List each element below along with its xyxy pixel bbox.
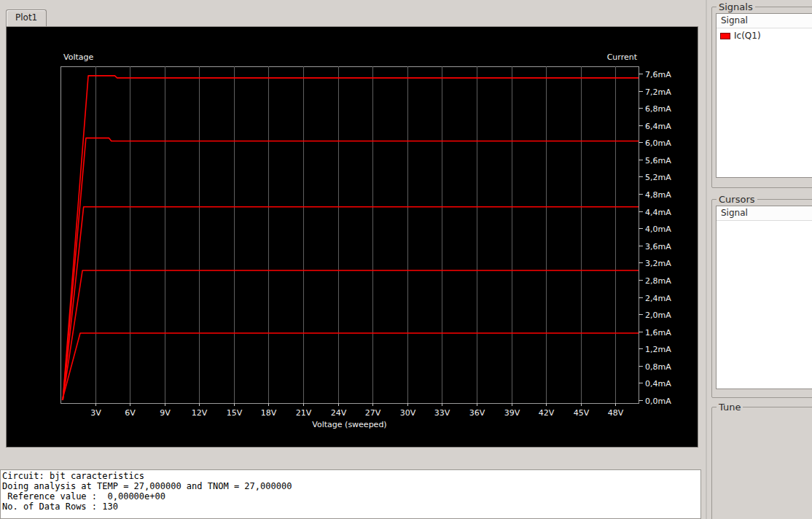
- signal-curve: [63, 207, 639, 400]
- signals-group: Signals Signal Ic(Q1): [711, 1, 812, 188]
- y-tick-label: 3,6mA: [645, 242, 671, 251]
- cursors-list[interactable]: Signal: [716, 206, 812, 389]
- y-tick-label: 0,0mA: [645, 397, 671, 406]
- x-tick-label: 27V: [365, 408, 381, 418]
- y-tick-label: 6,0mA: [645, 138, 671, 148]
- x-tick-label: 45V: [574, 408, 590, 418]
- y-tick-label: 4,8mA: [645, 190, 671, 200]
- plot-svg: 3V6V9V12V15V18V21V24V27V30V33V36V39V42V4…: [7, 27, 698, 447]
- tune-group-title: Tune: [717, 402, 743, 413]
- plot-frame: [60, 66, 639, 403]
- console-line: Reference value : 0,00000e+00: [2, 491, 699, 502]
- y-tick-label: 0,4mA: [645, 379, 671, 389]
- cursors-list-header: Signal: [717, 206, 812, 221]
- x-tick-label: 21V: [296, 408, 312, 418]
- cursors-group-title: Cursors: [717, 194, 757, 205]
- y-tick-label: 5,2mA: [645, 173, 671, 182]
- y-axis-title-left: Voltage: [63, 52, 93, 62]
- x-tick-label: 9V: [160, 408, 171, 418]
- signals-group-title: Signals: [717, 1, 755, 12]
- signal-curve: [63, 76, 639, 400]
- y-tick-label: 2,0mA: [645, 311, 671, 320]
- x-tick-label: 12V: [192, 408, 208, 418]
- x-tick-label: 48V: [608, 408, 624, 418]
- y-tick-label: 6,8mA: [645, 104, 671, 114]
- tab-plot1-label: Plot1: [15, 12, 37, 23]
- y-tick-label: 1,2mA: [645, 345, 671, 354]
- x-axis-title: Voltage (sweeped): [312, 420, 386, 429]
- y-tick-label: 5,6mA: [645, 156, 671, 165]
- x-tick-label: 30V: [400, 408, 416, 418]
- signals-list-header: Signal: [717, 14, 812, 28]
- y-tick-label: 7,2mA: [645, 87, 671, 97]
- plot-panel[interactable]: 3V6V9V12V15V18V21V24V27V30V33V36V39V42V4…: [6, 26, 698, 448]
- y-tick-label: 3,2mA: [645, 259, 671, 268]
- x-tick-label: 24V: [331, 408, 347, 418]
- tab-plot1[interactable]: Plot1: [6, 9, 47, 26]
- signal-curve: [63, 138, 639, 400]
- signal-curve: [63, 270, 639, 400]
- y-tick-label: 2,4mA: [645, 294, 671, 303]
- y-tick-label: 2,8mA: [645, 276, 671, 286]
- signals-list[interactable]: Signal Ic(Q1): [716, 13, 812, 178]
- x-tick-label: 42V: [539, 408, 555, 418]
- y-tick-label: 7,6mA: [645, 70, 671, 79]
- signal-label: Ic(Q1): [734, 31, 761, 41]
- console-line: Circuit: bjt caracteristics: [2, 471, 699, 481]
- signal-color-swatch: [720, 33, 730, 39]
- console-line: Doing analysis at TEMP = 27,000000 and T…: [2, 481, 699, 491]
- panel-splitter[interactable]: [706, 0, 707, 519]
- x-tick-label: 36V: [469, 408, 485, 418]
- y-tick-label: 6,4mA: [645, 122, 671, 131]
- y-tick-label: 1,6mA: [645, 328, 671, 337]
- y-tick-label: 0,8mA: [645, 362, 671, 372]
- console-line: No. of Data Rows : 130: [2, 502, 699, 512]
- y-tick-label: 4,4mA: [645, 208, 671, 217]
- console-output[interactable]: Circuit: bjt caracteristics Doing analys…: [0, 469, 701, 519]
- y-tick-label: 4,0mA: [645, 225, 671, 234]
- x-tick-label: 6V: [125, 408, 136, 418]
- x-tick-label: 18V: [261, 408, 277, 418]
- signal-row[interactable]: Ic(Q1): [717, 28, 812, 43]
- tune-group: Tune: [711, 402, 812, 519]
- x-tick-label: 33V: [434, 408, 450, 418]
- x-tick-label: 15V: [227, 408, 243, 418]
- x-tick-label: 3V: [90, 408, 101, 418]
- signal-curve: [62, 333, 639, 400]
- cursors-group: Cursors Signal: [711, 194, 812, 398]
- y-axis-title-right: Current: [607, 52, 638, 62]
- x-tick-label: 39V: [504, 408, 520, 418]
